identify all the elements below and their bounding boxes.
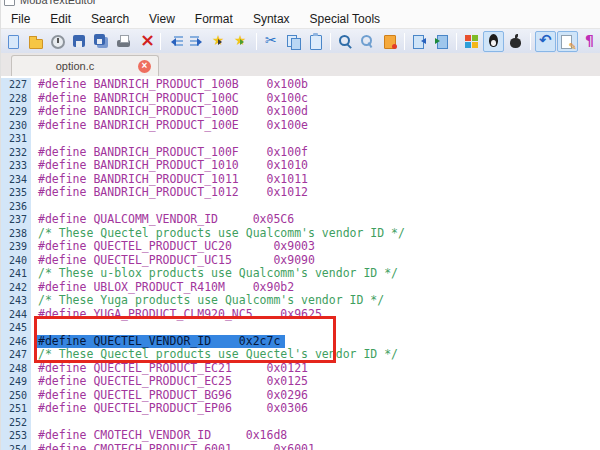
code-text: #define BANDRICH_PRODUCT_100D 0x100d [34,105,308,119]
tab-option-c[interactable]: option.c × [11,55,159,76]
code-text: #define YUGA_PRODUCT_CLM920_NC5 0x9625 [34,308,322,322]
undo-button[interactable] [535,31,556,52]
code-text: /* These Yuga products use Qualcomm's ve… [34,294,384,308]
paste-button[interactable] [305,31,326,52]
app-window: MobaTextEditor FileEditSearchViewFormatS… [0,0,600,450]
print-button[interactable] [113,31,134,52]
bookmark-prev-button[interactable] [209,31,230,52]
unix-format-icon [485,33,502,50]
code-line[interactable]: 236 [1,200,600,214]
code-area: 227#define BANDRICH_PRODUCT_100B 0x100b2… [1,78,600,450]
code-line[interactable]: 254#define CMOTECH_PRODUCT_6001 0x6001 [1,443,600,450]
replace-button[interactable] [357,31,378,52]
menu-item-view[interactable]: View [139,10,185,28]
open-folder-button[interactable] [25,31,46,52]
code-line[interactable]: 251#define QUECTEL_PRODUCT_EP06 0x0306 [1,402,600,416]
compare-right-button[interactable] [431,31,452,52]
line-number: 246 [1,335,34,349]
bookmark-next-button[interactable] [231,31,252,52]
code-line[interactable]: 245 [1,321,600,335]
line-number: 233 [1,159,34,173]
unindent-icon [167,33,184,50]
code-line[interactable]: 244#define YUGA_PRODUCT_CLM920_NC5 0x962… [1,308,600,322]
code-line[interactable]: 231 [1,132,600,146]
code-line[interactable]: 250#define QUECTEL_PRODUCT_BG96 0x0296 [1,389,600,403]
menu-item-special-tools[interactable]: Special Tools [300,10,391,28]
code-line[interactable]: 243/* These Yuga products use Qualcomm's… [1,294,600,308]
code-line[interactable]: 252 [1,416,600,430]
toolbar-separator [404,33,405,50]
new-file-button[interactable] [3,31,24,52]
unindent-button[interactable] [165,31,186,52]
app-icon [4,0,15,6]
line-number: 245 [1,321,34,335]
code-text: #define BANDRICH_PRODUCT_1011 0x1011 [34,173,308,187]
line-number: 250 [1,389,34,403]
goto-line-button[interactable] [379,31,400,52]
menu-item-format[interactable]: Format [185,10,243,28]
open-folder-icon [27,33,44,50]
search-icon [337,33,354,50]
menu-item-edit[interactable]: Edit [40,10,81,28]
copy-button[interactable] [283,31,304,52]
line-number: 234 [1,173,34,187]
code-line[interactable]: 241/* These u-blox products use Qualcomm… [1,267,600,281]
save-button[interactable] [69,31,90,52]
search-button[interactable] [335,31,356,52]
menu-item-file[interactable]: File [1,10,40,28]
code-text: #define QUECTEL_PRODUCT_UC20 0x9003 [34,240,315,254]
code-line[interactable]: 242#define UBLOX_PRODUCT_R410M 0x90b2 [1,281,600,295]
code-line[interactable]: 230#define BANDRICH_PRODUCT_100E 0x100e [1,119,600,133]
code-line[interactable]: 234#define BANDRICH_PRODUCT_1011 0x1011 [1,173,600,187]
cut-icon [263,33,280,50]
save-all-button[interactable] [91,31,112,52]
menu-bar: FileEditSearchViewFormatSyntaxSpecial To… [1,9,600,29]
show-paragraph-marks-button[interactable] [579,31,600,52]
line-number: 253 [1,429,34,443]
line-number: 236 [1,200,34,214]
line-number: 252 [1,416,34,430]
line-number: 235 [1,186,34,200]
unix-format-button[interactable] [483,31,504,52]
menu-item-search[interactable]: Search [81,10,139,28]
line-number: 248 [1,362,34,376]
code-text [34,132,38,146]
indent-button[interactable] [187,31,208,52]
code-line[interactable]: 247/* These Quectel products use Quectel… [1,348,600,362]
menu-item-syntax[interactable]: Syntax [243,10,300,28]
save-icon [71,33,88,50]
code-line[interactable]: 237#define QUALCOMM_VENDOR_ID 0x05C6 [1,213,600,227]
code-text: #define QUALCOMM_VENDOR_ID 0x05C6 [34,213,294,227]
code-line[interactable]: 239#define QUECTEL_PRODUCT_UC20 0x9003 [1,240,600,254]
code-line[interactable]: 240#define QUECTEL_PRODUCT_UC15 0x9090 [1,254,600,268]
code-line[interactable]: 235#define BANDRICH_PRODUCT_1012 0x1012 [1,186,600,200]
code-editor[interactable]: 227#define BANDRICH_PRODUCT_100B 0x100b2… [1,76,600,450]
copy-icon [285,33,302,50]
code-line[interactable]: 232#define BANDRICH_PRODUCT_100F 0x100f [1,146,600,160]
tab-close-icon[interactable]: × [138,60,151,73]
line-number: 232 [1,146,34,160]
mac-format-button[interactable] [505,31,526,52]
paste-icon [307,33,324,50]
code-line[interactable]: 238/* These Quectel products use Qualcom… [1,227,600,241]
toolbar-separator [530,33,531,50]
code-text: #define BANDRICH_PRODUCT_100F 0x100f [34,146,308,160]
windows-format-button[interactable] [461,31,482,52]
line-number: 243 [1,294,34,308]
code-line[interactable]: 253#define CMOTECH_VENDOR_ID 0x16d8 [1,429,600,443]
recent-files-button[interactable] [47,31,68,52]
close-file-button[interactable] [135,31,156,52]
code-line[interactable]: 227#define BANDRICH_PRODUCT_100B 0x100b [1,78,600,92]
edit-mode-button[interactable] [557,31,578,52]
bookmark-prev-icon [211,33,228,50]
code-line[interactable]: 228#define BANDRICH_PRODUCT_100C 0x100c [1,92,600,106]
code-line[interactable]: 246#define QUECTEL_VENDOR_ID 0x2c7c [1,335,600,349]
code-line[interactable]: 233#define BANDRICH_PRODUCT_1010 0x1010 [1,159,600,173]
cut-button[interactable] [261,31,282,52]
code-line[interactable]: 249#define QUECTEL_PRODUCT_EC25 0x0125 [1,375,600,389]
code-line[interactable]: 229#define BANDRICH_PRODUCT_100D 0x100d [1,105,600,119]
code-line[interactable]: 248#define QUECTEL_PRODUCT_EC21 0x0121 [1,362,600,376]
compare-left-button[interactable] [409,31,430,52]
toolbar-separator [456,33,457,50]
compare-left-icon [411,33,428,50]
